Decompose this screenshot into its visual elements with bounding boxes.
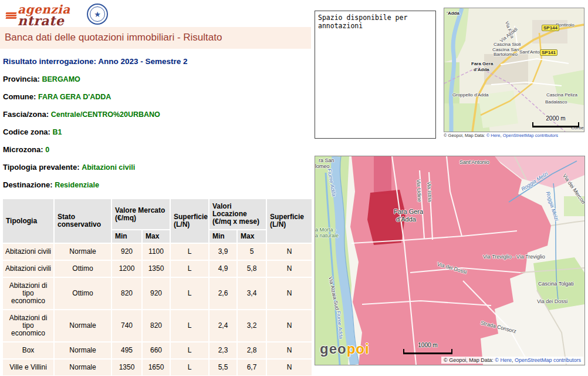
overview-map[interactable]: 'AddaPontiroloSP144Via FaraVia AiroldiCa… — [444, 8, 584, 132]
table-cell: 3,9 — [209, 244, 236, 260]
main-content: agenzia ntrate ★ Banca dati delle quotaz… — [0, 0, 311, 376]
table-cell: 3,2 — [238, 310, 266, 341]
col-header-superficie-1: Superficie (L/N) — [171, 199, 208, 243]
quotations-table: Tipologia Stato conservativo Valore Merc… — [2, 198, 313, 376]
field-value: Centrale/CENTRO%20URBANO — [51, 110, 160, 119]
overview-map-graphic — [444, 8, 584, 132]
col-header-tipologia: Tipologia — [3, 199, 53, 243]
table-cell: 1350 — [112, 360, 141, 375]
overview-map-attribution: © Geopoi, Map Data: © Here, OpenStreetMa… — [444, 133, 584, 138]
table-cell: N — [267, 244, 312, 260]
field-value: 0 — [45, 146, 49, 154]
table-cell: 2,4 — [209, 310, 236, 341]
subheader-max: Max — [143, 230, 170, 243]
table-cell: 1650 — [143, 360, 170, 375]
table-cell: 6,7 — [238, 360, 266, 375]
table-cell: 920 — [143, 278, 170, 309]
col-header-valori-locazione: Valori Locazione (€/mq x mese) — [209, 199, 266, 229]
field-label: Fascia/zona: — [3, 110, 49, 119]
table-cell: L — [171, 244, 208, 260]
attribution-text: © Geopoi, Map Data: — [444, 357, 495, 363]
geopoi-logo-geo: geo — [320, 341, 347, 357]
field-fascia-zona: Fascia/zona: Centrale/CENTRO%20URBANO — [3, 110, 311, 119]
geopoi-logo-poi: poi — [347, 341, 370, 357]
here-link[interactable]: © Here — [495, 357, 512, 363]
table-cell: 1350 — [143, 261, 170, 277]
table-cell: Abitazioni di tipo economico — [3, 278, 53, 309]
field-provincia: Provincia: BERGAMO — [3, 75, 311, 83]
field-microzona: Microzona: 0 — [3, 145, 311, 154]
field-label: Destinazione: — [3, 180, 53, 189]
table-cell: L — [171, 360, 208, 375]
table-cell: Normale — [55, 360, 111, 375]
here-link[interactable]: © Here — [486, 133, 501, 138]
field-value: BERGAMO — [42, 75, 80, 83]
scale-text: 1000 m — [403, 342, 452, 348]
zone-map[interactable]: ra SanlomeoSant'AntonioRoggia MelziRoggi… — [315, 156, 585, 365]
table-cell: Box — [3, 343, 53, 358]
field-tipologia-prevalente: Tipologia prevalente: Abitazioni civili — [3, 163, 311, 172]
osm-link[interactable]: OpenStreetMap contributors — [515, 357, 581, 363]
table-cell: L — [171, 261, 208, 277]
field-value: FARA GERA D'ADDA — [38, 93, 111, 101]
field-label: Codice zona: — [3, 127, 50, 136]
table-cell: 740 — [112, 310, 141, 341]
table-cell: 2,6 — [209, 278, 236, 309]
stylized-e-icon — [6, 12, 16, 21]
table-cell: L — [171, 310, 208, 341]
table-cell: 1200 — [112, 261, 141, 277]
table-cell: N — [267, 343, 312, 358]
field-value: B1 — [53, 128, 62, 136]
table-cell: N — [267, 278, 312, 309]
italy-emblem-icon: ★ — [87, 4, 108, 25]
table-row: Abitazioni civili Ottimo 1200 1350 L 4,9… — [3, 261, 312, 277]
zone-map-graphic — [315, 156, 584, 365]
table-cell: Normale — [55, 343, 111, 358]
scale-text: 2000 m — [532, 115, 579, 122]
result-query-title: Risultato interrogazione: Anno 2023 - Se… — [3, 57, 311, 66]
annotations-textarea[interactable]: Spazio disponibile per annotazioni — [315, 11, 436, 139]
table-cell: L — [171, 343, 208, 358]
table-cell: N — [267, 310, 312, 341]
osm-link[interactable]: OpenStreetMap contributors — [503, 133, 558, 138]
table-cell: Ottimo — [55, 278, 111, 309]
field-codice-zona: Codice zona: B1 — [3, 127, 311, 136]
table-cell: Ottimo — [55, 261, 111, 277]
table-cell: 1100 — [143, 244, 170, 260]
zone-map-attribution: © Geopoi, Map Data: © Here, OpenStreetMa… — [441, 357, 583, 364]
table-cell: 2,3 — [209, 343, 236, 358]
col-header-stato: Stato conservativo — [55, 199, 111, 243]
field-label: Tipologia prevalente: — [3, 163, 80, 172]
table-cell: 2,8 — [238, 343, 266, 358]
table-cell: 5,8 — [238, 261, 266, 277]
table-row: Abitazioni di tipo economico Normale 740… — [3, 310, 312, 341]
overview-map-scale: 2000 m — [532, 115, 579, 127]
attribution-text: © Geopoi, Map Data: — [444, 133, 486, 138]
table-cell: Abitazioni civili — [3, 244, 53, 260]
geopoi-logo: geopoi — [320, 341, 370, 357]
table-cell: Abitazioni civili — [3, 261, 53, 277]
col-header-valore-mercato: Valore Mercato (€/mq) — [112, 199, 170, 229]
agenzia-entrate-logo: agenzia ntrate ★ — [5, 2, 110, 28]
table-cell: 495 — [112, 343, 141, 358]
table-cell: Normale — [55, 310, 111, 341]
table-cell: 660 — [143, 343, 170, 358]
field-comune: Comune: FARA GERA D'ADDA — [3, 92, 311, 101]
table-cell: 5 — [238, 244, 266, 260]
logo-word-ntrate: ntrate — [18, 13, 64, 28]
subheader-min: Min — [209, 230, 236, 243]
table-cell: 4,9 — [209, 261, 236, 277]
scale-line — [403, 349, 452, 354]
table-cell: L — [171, 278, 208, 309]
table-cell: N — [267, 360, 312, 375]
table-row: Abitazioni di tipo economico Ottimo 820 … — [3, 278, 312, 309]
table-cell: 820 — [143, 310, 170, 341]
table-row: Abitazioni civili Normale 920 1100 L 3,9… — [3, 244, 312, 260]
field-label: Comune: — [3, 92, 36, 101]
page-title: Banca dati delle quotazioni immobiliari … — [0, 27, 311, 49]
field-label: Microzona: — [3, 145, 43, 154]
field-destinazione: Destinazione: Residenziale — [3, 180, 311, 189]
table-cell: 3,4 — [238, 278, 266, 309]
table-cell: Ville e Villini — [3, 360, 53, 375]
table-cell: Abitazioni di tipo economico — [3, 310, 53, 341]
